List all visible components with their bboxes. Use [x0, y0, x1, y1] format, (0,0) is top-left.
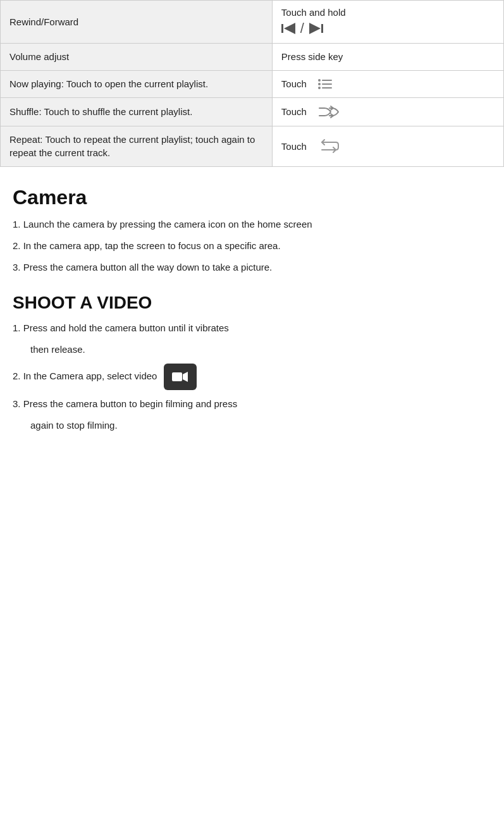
- left-cell-nowplaying: Now playing: Touch to open the current p…: [1, 70, 273, 97]
- video-section: SHOOT A VIDEO 1. Press and hold the came…: [13, 293, 491, 433]
- video-item-3: 3. Press the camera button to begin film…: [13, 396, 491, 412]
- right-cell-shuffle: Touch: [272, 97, 503, 126]
- video-camera-icon: [164, 364, 197, 390]
- left-cell-repeat: Repeat: Touch to repeat the current play…: [1, 126, 273, 167]
- touch-list-container: Touch: [281, 78, 495, 90]
- repeat-label: Repeat: Touch to repeat the current play…: [9, 134, 255, 159]
- svg-marker-3: [309, 23, 321, 34]
- next-icon: [307, 21, 323, 35]
- table-row: Now playing: Touch to open the current p…: [1, 70, 504, 97]
- prev-icon: [281, 21, 298, 35]
- svg-marker-5: [183, 372, 188, 382]
- video-item-2: 2. In the Camera app, select video: [13, 364, 491, 390]
- camera-item-3: 3. Press the camera button all the way d…: [13, 260, 491, 275]
- touch-label-shuffle: Touch: [281, 106, 307, 117]
- left-cell-volume: Volume adjust: [1, 44, 273, 71]
- svg-rect-0: [281, 24, 283, 33]
- repeat-icon: [318, 137, 340, 155]
- video-item-1: 1. Press and hold the camera button unti…: [13, 321, 491, 336]
- video-item-1-indent: then release.: [13, 342, 491, 357]
- svg-rect-2: [321, 24, 323, 33]
- touch-hold-label: Touch and hold: [281, 7, 346, 18]
- svg-rect-4: [172, 372, 182, 381]
- table-row: Volume adjust Press side key: [1, 44, 504, 71]
- controls-table: Rewind/Forward Touch and hold /: [0, 0, 504, 167]
- svg-marker-1: [284, 23, 295, 34]
- camera-item-1: 1. Launch the camera by pressing the cam…: [13, 217, 491, 232]
- now-playing-label: Now playing: Touch to open the current p…: [9, 78, 208, 89]
- content-section: Camera 1. Launch the camera by pressing …: [0, 167, 504, 452]
- video-item-2-text: 2. In the Camera app, select video: [13, 371, 157, 381]
- volume-label: Volume adjust: [9, 51, 69, 62]
- rewind-forward-label: Rewind/Forward: [9, 16, 78, 27]
- list-line1: [322, 83, 332, 85]
- repeat-svg: [318, 137, 340, 155]
- table-row: Rewind/Forward Touch and hold /: [1, 1, 504, 44]
- table-row: Repeat: Touch to repeat the current play…: [1, 126, 504, 167]
- touch-shuffle-container: Touch: [281, 104, 495, 119]
- left-cell-shuffle: Shuffle: Touch to shuffle the current pl…: [1, 97, 273, 126]
- dot1: [318, 79, 321, 82]
- press-side-key-label: Press side key: [281, 51, 343, 62]
- video-cam-svg: [172, 371, 188, 383]
- shuffle-label: Shuffle: Touch to shuffle the current pl…: [9, 106, 192, 117]
- video-item-3-indent: again to stop filming.: [13, 418, 491, 433]
- video-item-1-text: 1. Press and hold the camera button unti…: [13, 322, 229, 333]
- right-cell-rewind: Touch and hold /: [272, 1, 503, 44]
- touch-label-nowplaying: Touch: [281, 78, 307, 89]
- dot2: [318, 83, 321, 85]
- right-cell-repeat: Touch: [272, 126, 503, 167]
- shuffle-svg: [318, 104, 340, 119]
- table-row: Shuffle: Touch to shuffle the current pl…: [1, 97, 504, 126]
- touch-repeat-container: Touch: [281, 137, 495, 155]
- prev-next-icon: /: [281, 20, 323, 37]
- right-cell-nowplaying: Touch: [272, 70, 503, 97]
- dot3: [318, 87, 321, 89]
- camera-title: Camera: [13, 186, 491, 209]
- video-item-3-text: 3. Press the camera button to begin film…: [13, 398, 237, 409]
- video-title: SHOOT A VIDEO: [13, 293, 491, 313]
- left-cell-rewind: Rewind/Forward: [1, 1, 273, 44]
- camera-item-2: 2. In the camera app, tap the screen to …: [13, 238, 491, 254]
- touch-label-repeat: Touch: [281, 141, 307, 152]
- touch-hold-container: Touch and hold /: [281, 7, 495, 37]
- right-cell-volume: Press side key: [272, 44, 503, 71]
- shuffle-icon: [318, 104, 340, 119]
- camera-section: Camera 1. Launch the camera by pressing …: [13, 186, 491, 275]
- list-icon: [318, 78, 335, 90]
- slash-divider: /: [300, 20, 304, 37]
